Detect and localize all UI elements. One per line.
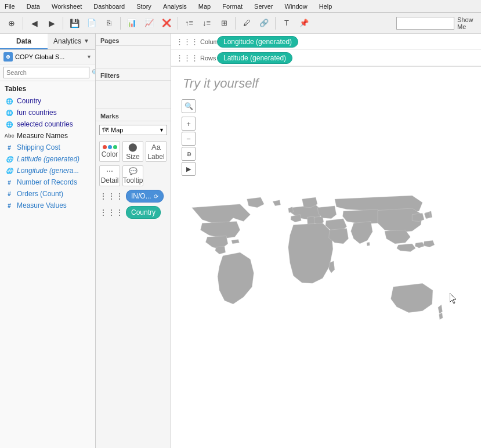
longitude-pill[interactable]: Longitude (generated)	[217, 36, 298, 48]
toolbar-link[interactable]: 🔗	[256, 15, 272, 31]
menu-map[interactable]: Map	[196, 0, 213, 12]
toolbar-duplicate[interactable]: ⎘	[101, 15, 117, 31]
map-controls: + − ⊕ ▶	[182, 117, 196, 176]
toolbar-new[interactable]: ⊕	[3, 15, 20, 31]
toolbar-highlight[interactable]: 🖊	[238, 15, 255, 31]
latitude-pill[interactable]: Latitude (generated)	[217, 52, 292, 64]
left-panel: Data Analytics ▼ ⊕ COPY Global S... ▼ 🔍 …	[0, 34, 96, 448]
hash-icon-orders-count: #	[5, 189, 14, 198]
label-btn-label: Label	[147, 153, 164, 161]
toolbar-text[interactable]: T	[279, 15, 295, 31]
mark-color-btn[interactable]: Color	[99, 141, 120, 162]
mark-label-btn[interactable]: Aa Label	[146, 141, 167, 162]
field-fun-countries[interactable]: 🌐 fun countries	[0, 107, 95, 118]
data-analytics-tabs: Data Analytics ▼	[0, 34, 95, 50]
field-orders-count[interactable]: # Orders (Count)	[0, 188, 95, 200]
tables-label: Tables	[0, 81, 95, 94]
center-panel: Pages Filters Marks 🗺 Map ▼	[96, 34, 171, 448]
right-panel: ⋮⋮⋮ Columns Longitude (generated) ⋮⋮⋮ Ro…	[171, 34, 481, 448]
color-dot-blue	[108, 145, 112, 149]
toolbar-chart2[interactable]: 📈	[141, 15, 157, 31]
mark-detail-btn[interactable]: ⋯ Detail	[99, 165, 120, 186]
size-icon: ⬤	[128, 142, 138, 151]
map-home-btn[interactable]: ⊕	[182, 147, 196, 161]
menu-dashboard[interactable]: Dashboard	[91, 0, 127, 12]
map-zoom-in-btn[interactable]: +	[182, 117, 196, 131]
rows-shelf: ⋮⋮⋮ Rows Latitude (generated)	[171, 50, 481, 66]
main-layout: Data Analytics ▼ ⊕ COPY Global S... ▼ 🔍 …	[0, 34, 481, 448]
mark-size-btn[interactable]: ⬤ Size	[122, 141, 143, 162]
toolbar-back[interactable]: ◀	[26, 15, 42, 31]
map-type-selector[interactable]: 🗺 Map ▼	[99, 125, 167, 135]
world-map-svg	[171, 84, 481, 448]
datasource-icon: ⊕	[3, 52, 13, 62]
tab-data[interactable]: Data	[0, 34, 48, 49]
world-map-container	[171, 67, 481, 448]
map-zoom-out-btn[interactable]: −	[182, 132, 196, 146]
menu-file[interactable]: File	[2, 0, 17, 12]
field-number-of-records[interactable]: # Number of Records	[0, 176, 95, 188]
menu-window[interactable]: Window	[283, 0, 310, 12]
menu-help[interactable]: Help	[317, 0, 335, 12]
map-play-btn[interactable]: ▶	[182, 162, 196, 176]
toolbar-chart1[interactable]: 📊	[124, 15, 140, 31]
toolbar-sep-3	[120, 17, 121, 30]
toolbar-newsheet[interactable]: 📄	[84, 15, 100, 31]
rows-shelf-icon: ⋮⋮⋮	[176, 53, 198, 62]
search-icon: 🔍	[92, 69, 96, 77]
field-measure-values[interactable]: # Measure Values	[0, 200, 95, 211]
toolbar: ⊕ ◀ ▶ 💾 📄 ⎘ 📊 📈 ❌ ↑≡ ↓≡ ⊞ 🖊 🔗 T 📌 Show M…	[0, 13, 481, 34]
toolbar-sort-asc[interactable]: ↑≡	[181, 15, 197, 31]
globe-icon-longitude: 🌐	[5, 166, 14, 175]
field-shipping-cost[interactable]: # Shipping Cost	[0, 142, 95, 153]
toolbar-sort-desc[interactable]: ↓≡	[198, 15, 215, 31]
map-search-btn[interactable]: 🔍	[182, 99, 196, 113]
pill-row-2: ⋮⋮⋮ Country	[99, 206, 167, 219]
pill-section: ⋮⋮⋮ IN/O... ⟳ ⋮⋮⋮ Country	[96, 187, 171, 221]
search-input[interactable]	[3, 67, 89, 78]
pill-dots-icon-1: ⋮⋮⋮	[99, 192, 124, 201]
toolbar-showme[interactable]: Show Me	[457, 15, 478, 31]
color-dot-green	[113, 145, 117, 149]
longitude-pill-text: Longitude (generated)	[223, 38, 292, 46]
pages-label: Pages	[96, 34, 171, 46]
tab-analytics[interactable]: Analytics ▼	[48, 34, 95, 49]
toolbar-chart3[interactable]: ❌	[158, 15, 175, 31]
toolbar-group[interactable]: ⊞	[216, 15, 232, 31]
marks-buttons-row2: ⋯ Detail 💬 Tooltip	[96, 164, 171, 187]
mark-tooltip-btn[interactable]: 💬 Tooltip	[122, 165, 143, 186]
menu-story[interactable]: Story	[134, 0, 154, 12]
menu-worksheet[interactable]: Worksheet	[49, 0, 84, 12]
columns-shelf: ⋮⋮⋮ Columns Longitude (generated)	[171, 34, 481, 50]
field-longitude[interactable]: 🌐 Longitude (genera...	[0, 165, 95, 176]
menu-analysis[interactable]: Analysis	[161, 0, 189, 12]
field-measure-names[interactable]: Abc Measure Names	[0, 130, 95, 142]
canvas-area: Try it yourself 🔍 + − ⊕ ▶	[171, 67, 481, 448]
shelf-area: ⋮⋮⋮ Columns Longitude (generated) ⋮⋮⋮ Ro…	[171, 34, 481, 67]
pill-in-o-text: IN/O...	[131, 192, 151, 200]
datasource-bar[interactable]: ⊕ COPY Global S... ▼	[0, 50, 95, 64]
toolbar-search-input[interactable]	[399, 20, 446, 27]
toolbar-sep-5	[235, 17, 236, 30]
toolbar-pin[interactable]: 📌	[296, 15, 312, 31]
field-latitude[interactable]: 🌐 Latitude (generated)	[0, 153, 95, 165]
pill-in-o[interactable]: IN/O... ⟳	[126, 190, 164, 203]
field-country[interactable]: 🌐 Country	[0, 95, 95, 107]
menu-server[interactable]: Server	[252, 0, 275, 12]
menu-data[interactable]: Data	[24, 0, 42, 12]
toolbar-save[interactable]: 💾	[66, 15, 82, 31]
pill-row-1: ⋮⋮⋮ IN/O... ⟳	[99, 190, 167, 204]
marks-label: Marks	[96, 109, 171, 121]
globe-icon-latitude: 🌐	[5, 154, 14, 164]
pill-country[interactable]: Country	[126, 206, 161, 219]
toolbar-forward[interactable]: ▶	[44, 15, 60, 31]
map-type-text: Map	[111, 127, 157, 133]
detail-icon: ⋯	[106, 167, 113, 175]
marks-buttons-row1: Color ⬤ Size Aa Label	[96, 139, 171, 164]
color-dots	[103, 145, 117, 149]
tooltip-icon: 💬	[129, 167, 138, 175]
field-selected-countries[interactable]: 🌐 selected countries	[0, 118, 95, 130]
globe-icon-fun-countries: 🌐	[5, 108, 14, 117]
toolbar-sep-1	[23, 17, 23, 30]
menu-format[interactable]: Format	[220, 0, 245, 12]
